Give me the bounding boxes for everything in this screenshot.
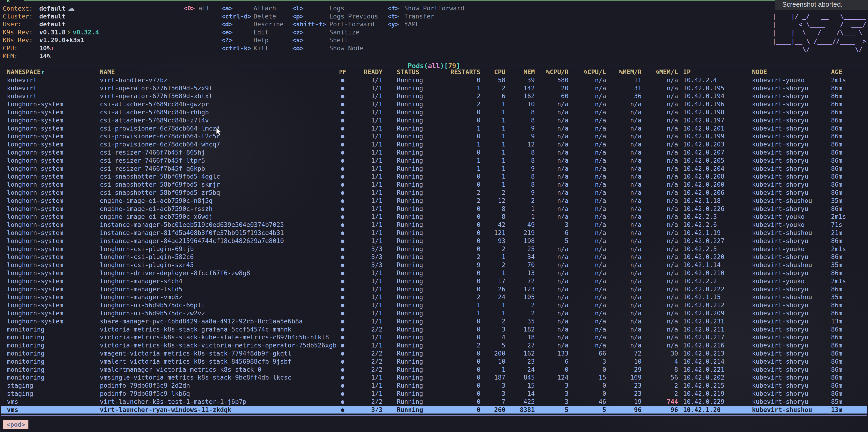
- pod-row[interactable]: longhorn-systemcsi-provisioner-6c78dcb66…: [1, 132, 867, 140]
- pod-row[interactable]: longhorn-systemcsi-snapshotter-58bf69fbd…: [1, 173, 867, 181]
- pod-row[interactable]: longhorn-systeminstance-manager-5bc01eeb…: [1, 221, 867, 229]
- cell-ready: 1/1: [348, 165, 382, 172]
- cell-ready: 1/1: [348, 221, 382, 228]
- menu-item[interactable]: <z>Sanitize: [292, 28, 378, 36]
- cell-ready: 1/1: [348, 237, 382, 244]
- pod-row[interactable]: longhorn-systemcsi-attacher-57689cc84b-z…: [1, 116, 867, 124]
- cell-cpul: 3: [568, 358, 606, 365]
- pod-row[interactable]: longhorn-systemlonghorn-csi-plugin-582c6…: [1, 253, 867, 261]
- cell-age: 86m: [829, 108, 867, 116]
- menu-item[interactable]: <a>Attach: [221, 4, 284, 12]
- pod-row[interactable]: stagingpodinfo-79db68f5c9-2d2dn●1/1Runni…: [1, 381, 867, 390]
- cell-namespace: monitoring: [7, 342, 100, 349]
- cell-meml: n/a: [642, 205, 678, 212]
- pod-row[interactable]: longhorn-systemlonghorn-manager-vmp5z●1/…: [1, 293, 867, 301]
- menu-item[interactable]: <shift-f>Port-Forward: [292, 20, 378, 28]
- pod-row[interactable]: kubevirtvirt-operator-6776f5689d-5zx9t●1…: [1, 84, 867, 92]
- cell-mem: 9: [505, 133, 535, 140]
- menu-item-key: <p>: [292, 12, 329, 21]
- cell-memr: n/a: [606, 269, 642, 276]
- pod-row[interactable]: longhorn-systemcsi-provisioner-6c78dcb66…: [1, 124, 867, 132]
- pod-row[interactable]: longhorn-systemengine-image-ei-acb7590c-…: [1, 197, 867, 205]
- cell-memr: n/a: [606, 108, 642, 116]
- cell-ip: 10.42.0.214: [678, 358, 752, 365]
- pod-row[interactable]: longhorn-systemengine-image-ei-acb7590c-…: [1, 205, 867, 213]
- cell-cpul: n/a: [568, 237, 606, 244]
- pod-row[interactable]: vmsvirt-launcher-k3s-test-1-master-1-j6p…: [1, 398, 867, 406]
- pod-row[interactable]: monitoringvictoria-metrics-k8s-stack-gra…: [1, 325, 867, 333]
- cell-age: 2m1s: [829, 277, 867, 285]
- cell-status: Running: [382, 286, 440, 293]
- cell-ready: 1/1: [348, 309, 382, 317]
- pod-row[interactable]: monitoringvmagent-victoria-metrics-k8s-s…: [1, 349, 867, 357]
- menu-item[interactable]: <p>Logs Previous: [292, 12, 378, 21]
- menu-item[interactable]: <d>Describe: [221, 20, 284, 28]
- pod-row[interactable]: vmsvirt-launcher-ryan-windows-11-zkdqk●3…: [1, 406, 867, 414]
- pod-row[interactable]: kubevirtvirt-handler-v77bz●1/1Running058…: [1, 76, 867, 84]
- cpu-value: 10%: [39, 44, 51, 52]
- pod-row[interactable]: longhorn-systemcsi-resizer-7466f7b45f-86…: [1, 148, 867, 156]
- pf-indicator-icon: ●: [337, 221, 348, 228]
- pod-row[interactable]: longhorn-systemlonghorn-ui-56d9b575dc-zw…: [1, 309, 867, 317]
- pod-row[interactable]: longhorn-systemcsi-attacher-57689cc84b-g…: [1, 100, 867, 108]
- cell-node: kubevirt-shoryu: [752, 286, 829, 293]
- cell-restarts: 1: [440, 309, 480, 317]
- cell-node: kubevirt-youko: [752, 277, 829, 285]
- menu-item[interactable]: <t>Transfer: [388, 12, 464, 21]
- pod-row[interactable]: longhorn-systemshare-manager-pvc-4bbd842…: [1, 317, 867, 325]
- menu-item[interactable]: <e>Edit: [221, 28, 284, 36]
- menu-item-label: Show Node: [329, 44, 363, 52]
- menu-item[interactable]: <l>Logs: [292, 4, 378, 12]
- k9s-rev-row: K9s Rev:v0.31.8⚡v0.32.4: [3, 28, 99, 36]
- menu-item[interactable]: <?>Help: [221, 36, 284, 44]
- breadcrumb-pod[interactable]: <pod>: [3, 420, 28, 429]
- menu-item[interactable]: <f>Show PortForward: [388, 4, 464, 12]
- cell-cpu: 1: [480, 253, 505, 260]
- cell-restarts: 0: [440, 286, 480, 293]
- pod-row[interactable]: longhorn-systeminstance-manager-81fd5a40…: [1, 229, 867, 237]
- cell-cpul: n/a: [568, 221, 606, 228]
- menu-item[interactable]: <ctrl-k>Kill: [221, 44, 284, 53]
- pod-row[interactable]: monitoringvmsingle-victoria-metrics-k8s-…: [1, 373, 867, 381]
- pod-row[interactable]: longhorn-systemlonghorn-driver-deployer-…: [1, 269, 867, 277]
- pod-row[interactable]: longhorn-systemlonghorn-ui-56d9b575dc-66…: [1, 301, 867, 309]
- pod-row[interactable]: longhorn-systemcsi-provisioner-6c78dcb66…: [1, 140, 867, 148]
- pod-row[interactable]: longhorn-systemcsi-resizer-7466f7b45f-lt…: [1, 156, 867, 165]
- pod-row[interactable]: longhorn-systemlonghorn-manager-s4ch4●1/…: [1, 277, 867, 285]
- cell-age: 86m: [829, 92, 867, 100]
- table-body[interactable]: kubevirtvirt-handler-v77bz●1/1Running058…: [1, 76, 867, 413]
- k9s-rev-label: K9s Rev:: [3, 28, 39, 36]
- cell-cpur: 3: [535, 390, 568, 397]
- pod-row[interactable]: longhorn-systemcsi-resizer-7466f7b45f-q6…: [1, 165, 867, 173]
- pod-row[interactable]: longhorn-systemcsi-snapshotter-58bf69fbd…: [1, 180, 867, 189]
- menu-item[interactable]: <o>Show Node: [292, 44, 378, 53]
- pod-row[interactable]: longhorn-systemlonghorn-csi-plugin-69tjb…: [1, 245, 867, 253]
- pod-row[interactable]: monitoringvmalert-victoria-metrics-k8s-s…: [1, 357, 867, 365]
- pod-row[interactable]: kubevirtvirt-operator-6776f5689d-xbtxl●1…: [1, 92, 867, 100]
- pod-count: 79: [448, 62, 456, 70]
- cell-cpul: n/a: [568, 189, 606, 196]
- menu-item-key: <l>: [292, 4, 329, 12]
- pod-row[interactable]: longhorn-systemlonghorn-manager-tsld5●1/…: [1, 285, 867, 293]
- cell-name: csi-snapshotter-58bf69fbd5-zr5bq: [100, 189, 337, 196]
- pod-row[interactable]: longhorn-systemlonghorn-csi-plugin-sxr45…: [1, 261, 867, 269]
- pod-row[interactable]: monitoringvictoria-metrics-k8s-stack-kub…: [1, 333, 867, 341]
- pod-row[interactable]: longhorn-systemengine-image-ei-acb7590c-…: [1, 213, 867, 221]
- cell-name: virt-launcher-k3s-test-1-master-1-j6p7p: [100, 398, 337, 405]
- pod-row[interactable]: longhorn-systeminstance-manager-84ae2159…: [1, 237, 867, 245]
- cell-cpul: n/a: [568, 261, 606, 268]
- cell-cpur: n/a: [535, 245, 568, 253]
- cell-ready: 1/1: [348, 149, 382, 156]
- menu-item[interactable]: <ctrl-d>Delete: [221, 12, 284, 21]
- cell-cpul: n/a: [568, 334, 606, 341]
- pod-row[interactable]: stagingpodinfo-79db68f5c9-lkb6q●1/1Runni…: [1, 390, 867, 398]
- menu-item[interactable]: <s>Shell: [292, 36, 378, 44]
- pod-row[interactable]: longhorn-systemcsi-snapshotter-58bf69fbd…: [1, 189, 867, 197]
- pod-row[interactable]: monitoringvmalertmanager-victoria-metric…: [1, 365, 867, 373]
- cell-restarts: 2: [440, 342, 480, 349]
- menu-item[interactable]: <y>YAML: [388, 20, 464, 28]
- filter-hotkey-all[interactable]: <0>all: [184, 4, 210, 12]
- cell-memr: n/a: [606, 318, 642, 325]
- pod-row[interactable]: longhorn-systemcsi-attacher-57689cc84b-r…: [1, 108, 867, 116]
- pod-row[interactable]: monitoringvictoria-metrics-k8s-stack-vic…: [1, 341, 867, 349]
